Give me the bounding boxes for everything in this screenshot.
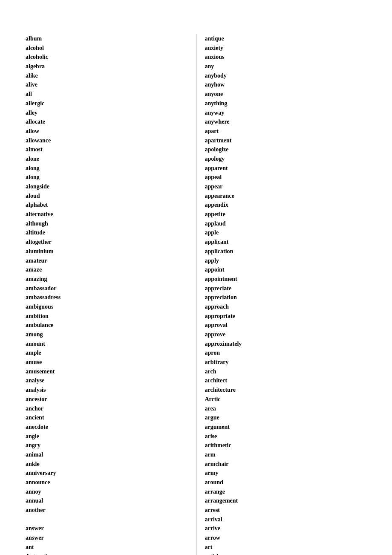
list-item: ant xyxy=(26,543,187,552)
list-item: another xyxy=(26,506,187,515)
list-item: arithmetic xyxy=(205,441,367,450)
list-item: analysis xyxy=(26,385,187,395)
list-item: appeal xyxy=(205,173,367,182)
list-item: anecdote xyxy=(26,422,187,432)
list-item: anniversary xyxy=(26,468,187,478)
list-item: answer xyxy=(26,533,187,543)
list-item: ambulance xyxy=(26,321,187,330)
list-item: alcoholic xyxy=(26,52,187,62)
list-item: amazing xyxy=(26,275,187,284)
list-item: aloud xyxy=(26,191,187,201)
list-item: alongside xyxy=(26,182,187,191)
list-item: along xyxy=(26,173,187,182)
right-column: antiqueanxietyanxiousanyanybodyanyhowany… xyxy=(205,34,367,555)
list-item: although xyxy=(26,219,187,228)
list-item: altogether xyxy=(26,237,187,247)
list-item: angle xyxy=(26,432,187,441)
page: albumalcoholalcoholicalgebraalikealiveal… xyxy=(0,0,392,555)
list-item: alternative xyxy=(26,210,187,219)
list-item: argument xyxy=(205,422,367,432)
list-item: anchor xyxy=(26,404,187,413)
list-item: armchair xyxy=(205,460,367,469)
list-item: appropriate xyxy=(205,312,367,321)
list-item: Arctic xyxy=(205,395,367,404)
list-item: altitude xyxy=(26,228,187,237)
list-item: antique xyxy=(205,34,367,43)
list-item: argue xyxy=(205,413,367,422)
list-item: anyway xyxy=(205,108,367,118)
list-item: appointment xyxy=(205,275,367,284)
list-item: alcohol xyxy=(26,43,187,53)
list-item: answer xyxy=(26,524,187,533)
list-item: amaze xyxy=(26,265,187,275)
list-item: allergic xyxy=(26,99,187,108)
list-item: ambassador xyxy=(26,284,187,293)
list-item: army xyxy=(205,468,367,478)
list-item: angry xyxy=(26,441,187,450)
list-item: annual xyxy=(26,496,187,506)
list-item: appreciation xyxy=(205,293,367,302)
list-item: approve xyxy=(205,330,367,339)
list-item: area xyxy=(205,404,367,413)
list-item: animal xyxy=(26,450,187,460)
word-columns: albumalcoholalcoholicalgebraalikealiveal… xyxy=(26,34,366,555)
list-item: anybody xyxy=(205,71,367,81)
list-item: arrow xyxy=(205,533,367,543)
list-item: amount xyxy=(26,339,187,349)
list-item: almost xyxy=(26,145,187,154)
list-item: alive xyxy=(26,80,187,90)
list-item: anyone xyxy=(205,90,367,99)
list-item: architecture xyxy=(205,385,367,395)
list-item: ambition xyxy=(26,312,187,321)
list-item: appearance xyxy=(205,191,367,201)
list-item: application xyxy=(205,247,367,256)
list-item: amateur xyxy=(26,256,187,266)
list-item: all xyxy=(26,90,187,99)
list-item: apartment xyxy=(205,136,367,145)
list-item: alike xyxy=(26,71,187,81)
list-item: apologize xyxy=(205,145,367,154)
list-item: arbitrary xyxy=(205,358,367,367)
list-item: appendix xyxy=(205,200,367,210)
list-item: ankle xyxy=(26,460,187,469)
list-item: ancient xyxy=(26,413,187,422)
list-item: approximately xyxy=(205,339,367,349)
list-item: arrangement xyxy=(205,496,367,506)
list-item: ambiguous xyxy=(26,302,187,312)
list-item: algebra xyxy=(26,62,187,71)
list-item: arrive xyxy=(205,524,367,533)
list-item: applaud xyxy=(205,219,367,228)
list-item: announce xyxy=(26,478,187,487)
list-item: art xyxy=(205,543,367,552)
list-item: anxious xyxy=(205,52,367,62)
list-item: applicant xyxy=(205,237,367,247)
list-item: approval xyxy=(205,321,367,330)
list-item: Antarctic xyxy=(26,552,187,555)
list-item: anxiety xyxy=(205,43,367,53)
list-item: allow xyxy=(26,127,187,136)
list-item: alley xyxy=(26,108,187,118)
list-item: anywhere xyxy=(205,117,367,127)
list-item: analyse xyxy=(26,376,187,385)
list-item: appetite xyxy=(205,210,367,219)
list-item: annoy xyxy=(26,487,187,497)
list-item: ancestor xyxy=(26,395,187,404)
list-item: alphabet xyxy=(26,200,187,210)
list-item: arrest xyxy=(205,506,367,515)
list-item: appear xyxy=(205,182,367,191)
list-item: appoint xyxy=(205,265,367,275)
list-item: along xyxy=(26,164,187,173)
list-item: arrange xyxy=(205,487,367,497)
list-item: apart xyxy=(205,127,367,136)
list-item: arrival xyxy=(205,515,367,524)
list-item: apparent xyxy=(205,164,367,173)
list-item: article xyxy=(205,552,367,555)
list-item: among xyxy=(26,330,187,339)
list-item: arm xyxy=(205,450,367,460)
list-item: arise xyxy=(205,432,367,441)
column-divider xyxy=(196,34,196,555)
list-item: ample xyxy=(26,348,187,358)
list-item: apron xyxy=(205,348,367,358)
left-column: albumalcoholalcoholicalgebraalikealiveal… xyxy=(26,34,187,555)
list-item: arch xyxy=(205,367,367,376)
